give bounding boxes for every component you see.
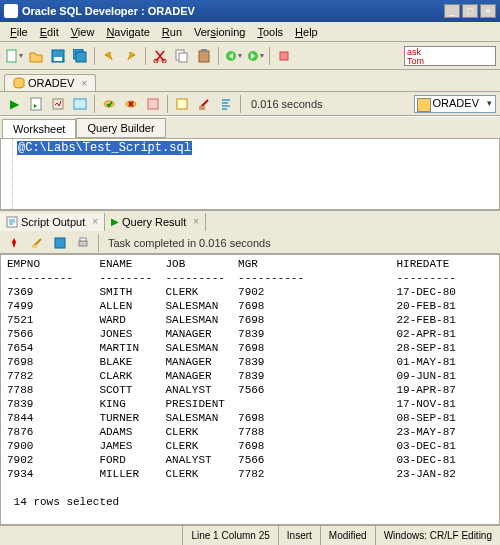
svg-rect-21 — [177, 99, 187, 109]
connection-tab-label: ORADEV — [28, 77, 74, 89]
tab-worksheet[interactable]: Worksheet — [2, 119, 76, 139]
sql-history-button[interactable] — [172, 94, 192, 114]
svg-rect-17 — [74, 99, 86, 109]
menu-file[interactable]: File — [4, 24, 34, 40]
close-button[interactable]: × — [480, 4, 496, 18]
results-grid[interactable]: EMPNO ENAME JOB MGR HIREDATE ---------- … — [0, 254, 500, 525]
svg-rect-27 — [80, 238, 86, 241]
svg-rect-25 — [55, 238, 65, 248]
svg-rect-9 — [199, 51, 209, 62]
clear-output-button[interactable] — [27, 233, 47, 253]
status-modified: Modified — [320, 526, 375, 545]
cut-button[interactable] — [150, 46, 170, 66]
menu-edit[interactable]: Edit — [34, 24, 65, 40]
unshared-button[interactable] — [143, 94, 163, 114]
titlebar: Oracle SQL Developer : ORADEV _ □ × — [0, 0, 500, 22]
forward-button[interactable]: ▾ — [245, 46, 265, 66]
menu-tools[interactable]: Tools — [251, 24, 289, 40]
menu-view[interactable]: View — [65, 24, 101, 40]
execution-time: 0.016 seconds — [251, 98, 323, 110]
svg-rect-2 — [54, 57, 62, 61]
svg-rect-10 — [201, 49, 207, 52]
maximize-button[interactable]: □ — [462, 4, 478, 18]
pin-button[interactable] — [4, 233, 24, 253]
connection-tab-oradev[interactable]: ORADEV × — [4, 74, 96, 91]
connection-selector[interactable]: ORADEV — [414, 95, 496, 113]
copy-button[interactable] — [172, 46, 192, 66]
main-toolbar: ▾ ▾ ▾ askTom — [0, 42, 500, 70]
menu-run[interactable]: Run — [156, 24, 188, 40]
svg-rect-20 — [148, 99, 158, 109]
status-encoding: Windows: CR/LF Editing — [375, 526, 500, 545]
output-tabs: Script Output × ▶ Query Result × — [0, 210, 500, 232]
menu-help[interactable]: Help — [289, 24, 324, 40]
svg-rect-4 — [76, 52, 86, 62]
close-tab-icon[interactable]: × — [92, 216, 98, 227]
statusbar: Line 1 Column 25 Insert Modified Windows… — [0, 525, 500, 545]
tab-query-result[interactable]: ▶ Query Result × — [105, 213, 206, 231]
status-position: Line 1 Column 25 — [182, 526, 277, 545]
app-icon — [4, 4, 18, 18]
output-toolbar: Task completed in 0.016 seconds — [0, 232, 500, 254]
tab-query-builder[interactable]: Query Builder — [76, 118, 165, 138]
tab-script-output[interactable]: Script Output × — [0, 213, 105, 231]
svg-rect-26 — [79, 241, 87, 246]
save-all-button[interactable] — [70, 46, 90, 66]
editor-gutter — [1, 139, 13, 209]
run-script-button[interactable] — [26, 94, 46, 114]
save-button[interactable] — [48, 46, 68, 66]
svg-rect-0 — [7, 50, 16, 62]
autotrace-button[interactable] — [48, 94, 68, 114]
open-button[interactable] — [26, 46, 46, 66]
window-title: Oracle SQL Developer : ORADEV — [22, 5, 444, 17]
connection-tabs: ORADEV × — [0, 70, 500, 92]
clear-button[interactable] — [194, 94, 214, 114]
close-tab-icon[interactable]: × — [193, 216, 199, 227]
svg-rect-24 — [32, 245, 37, 248]
redo-button[interactable] — [121, 46, 141, 66]
menu-versioning[interactable]: Versioning — [188, 24, 251, 40]
minimize-button[interactable]: _ — [444, 4, 460, 18]
new-button[interactable]: ▾ — [4, 46, 24, 66]
back-button[interactable]: ▾ — [223, 46, 243, 66]
undo-button[interactable] — [99, 46, 119, 66]
menu-navigate[interactable]: Navigate — [100, 24, 155, 40]
svg-rect-15 — [31, 98, 41, 110]
task-status: Task completed in 0.016 seconds — [108, 237, 271, 249]
status-insert-mode: Insert — [278, 526, 320, 545]
paste-button[interactable] — [194, 46, 214, 66]
extra-button[interactable] — [274, 46, 294, 66]
svg-rect-22 — [199, 106, 205, 110]
script-output-icon — [6, 216, 18, 228]
commit-button[interactable] — [99, 94, 119, 114]
run-statement-button[interactable]: ▶ — [4, 94, 24, 114]
svg-rect-8 — [179, 53, 187, 62]
database-icon — [13, 77, 25, 89]
worksheet-tabs: Worksheet Query Builder — [0, 116, 500, 138]
ask-tom-box[interactable]: askTom — [404, 46, 496, 66]
sql-editor[interactable]: @C:\Labs\Test_Script.sql — [0, 138, 500, 210]
close-tab-icon[interactable]: × — [81, 78, 87, 89]
rollback-button[interactable] — [121, 94, 141, 114]
svg-rect-13 — [280, 52, 288, 60]
explain-plan-button[interactable] — [70, 94, 90, 114]
editor-content: @C:\Labs\Test_Script.sql — [17, 141, 192, 155]
print-button[interactable] — [73, 233, 93, 253]
sql-toolbar: ▶ 0.016 seconds ORADEV — [0, 92, 500, 116]
menubar: File Edit View Navigate Run Versioning T… — [0, 22, 500, 42]
format-button[interactable] — [216, 94, 236, 114]
save-output-button[interactable] — [50, 233, 70, 253]
play-icon: ▶ — [111, 216, 119, 227]
